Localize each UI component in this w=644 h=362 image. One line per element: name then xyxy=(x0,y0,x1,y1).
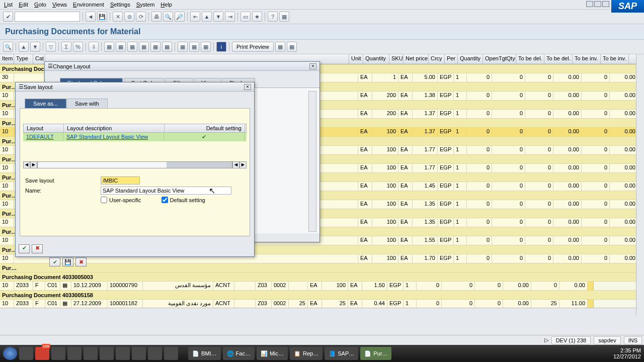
command-field[interactable] xyxy=(15,12,80,22)
col-cat[interactable]: Cat xyxy=(33,54,45,64)
start-button[interactable] xyxy=(3,347,17,360)
last-page-icon[interactable]: ⇥ xyxy=(225,12,235,22)
print-icon[interactable]: 🖶 xyxy=(151,12,162,22)
filter-icon[interactable]: ▽ xyxy=(46,42,56,52)
find-next-icon[interactable]: 🔎 xyxy=(175,12,185,22)
th-default[interactable]: Default setting xyxy=(165,124,245,132)
taskbar-app[interactable]: 📄BMI… xyxy=(188,347,221,360)
menu-settings[interactable]: Settings xyxy=(110,2,130,8)
vertical-scrollbar[interactable] xyxy=(636,54,644,316)
col-sku[interactable]: SKU xyxy=(389,54,404,64)
col-crcy[interactable]: Crcy xyxy=(429,54,445,64)
th-layout[interactable]: Layout xyxy=(24,124,64,132)
col-tbi2[interactable]: To be inv. xyxy=(601,54,629,64)
taskbar-icon[interactable] xyxy=(148,347,162,360)
menu-environment[interactable]: Environment xyxy=(73,2,104,8)
layout-save-icon[interactable]: ▦ xyxy=(127,42,137,52)
save-layout-input[interactable] xyxy=(101,176,140,185)
taskbar-icon[interactable] xyxy=(67,347,82,360)
menu-views[interactable]: Views xyxy=(52,2,67,8)
taskbar-icon[interactable] xyxy=(51,347,65,360)
change-layout-titlebar[interactable]: ☰ Change Layout × xyxy=(45,62,319,71)
taskbar-clock[interactable]: 2:35 PM12/27/2012 xyxy=(613,347,641,359)
menu-goto[interactable]: Goto xyxy=(34,2,46,8)
next-page-icon[interactable]: ▼ xyxy=(213,12,223,22)
save-layout-titlebar[interactable]: ☰ Save layout × xyxy=(16,82,254,92)
name-input[interactable] xyxy=(101,187,231,195)
horizontal-scrollbar[interactable] xyxy=(0,308,636,316)
prev-page-icon[interactable]: ▲ xyxy=(202,12,212,22)
ok-button[interactable]: ✔ xyxy=(19,244,30,253)
close-icon[interactable]: × xyxy=(309,63,316,69)
subtotal-icon[interactable]: % xyxy=(73,42,83,52)
col-icon[interactable]: ▦ xyxy=(201,42,211,52)
taskbar-app-active[interactable]: 📄Pur… xyxy=(360,347,391,360)
layout-table-scrollbar[interactable]: ◄► ◄► xyxy=(23,161,247,168)
layout-desc[interactable]: SAP Standard Layout Basic View xyxy=(63,133,164,141)
details-icon[interactable]: 🔍 xyxy=(3,42,13,52)
layout-id[interactable]: 1DEFAULT xyxy=(23,133,63,141)
col-opentgt[interactable]: OpenTgtQty xyxy=(483,54,516,64)
taskbar-gmail-icon[interactable]: 168 xyxy=(35,347,49,360)
col-type[interactable]: Type xyxy=(14,54,33,64)
shortcut-icon[interactable]: ★ xyxy=(252,12,262,22)
enter-icon[interactable]: ✔ xyxy=(3,12,13,22)
delete-icon[interactable]: ✖ xyxy=(75,257,87,266)
exit-icon[interactable]: ✕ xyxy=(113,12,123,22)
taskbar-icon[interactable] xyxy=(84,347,98,360)
col-item[interactable]: Item xyxy=(0,54,14,64)
taskbar-icon[interactable] xyxy=(164,347,178,360)
new-session-icon[interactable]: ▭ xyxy=(240,12,251,22)
ok-icon[interactable]: ✔ xyxy=(49,257,60,266)
col-per[interactable]: Per xyxy=(445,54,458,64)
close-icon[interactable] xyxy=(602,1,609,7)
col-tbd2[interactable]: To be del. xyxy=(544,54,573,64)
chart-icon[interactable]: ▦ xyxy=(162,42,172,52)
taskbar-app[interactable]: 📊Mic… xyxy=(257,347,288,360)
col-unit[interactable]: Unit xyxy=(349,54,363,64)
first-page-icon[interactable]: ⇤ xyxy=(190,12,200,22)
col-quantity[interactable]: Quantity xyxy=(363,54,389,64)
sort-asc-icon[interactable]: ▲ xyxy=(19,42,29,52)
save-icon[interactable]: 💾 xyxy=(97,12,107,22)
taskbar-icon[interactable] xyxy=(116,347,130,360)
graphic-icon[interactable]: ▦ xyxy=(150,42,160,52)
default-setting-checkbox[interactable] xyxy=(162,197,168,203)
sum-icon[interactable]: Σ xyxy=(61,42,71,52)
extra1-icon[interactable]: ▦ xyxy=(275,42,285,52)
user-specific-checkbox[interactable] xyxy=(101,197,107,203)
extra2-icon[interactable]: ▦ xyxy=(287,42,297,52)
taskbar-app[interactable]: 📋Rep… xyxy=(290,347,323,360)
sort-desc-icon[interactable]: ▼ xyxy=(30,42,40,52)
tab-save-with[interactable]: Save with xyxy=(66,99,108,108)
minimize-icon[interactable] xyxy=(586,1,593,7)
status-arrow-icon[interactable]: ▷ xyxy=(544,337,548,343)
find-icon[interactable]: 🔍 xyxy=(163,12,173,22)
layout-row[interactable]: 1DEFAULT SAP Standard Layout Basic View … xyxy=(23,133,247,141)
cancel-icon[interactable]: ⊘ xyxy=(124,12,134,22)
refresh-icon[interactable]: ⟳ xyxy=(136,12,146,22)
col-netprice[interactable]: Net price xyxy=(404,54,429,64)
taskbar-icon[interactable] xyxy=(132,347,146,360)
taskbar-icon[interactable] xyxy=(19,347,33,360)
layout-icon[interactable]: ▦ xyxy=(279,12,289,22)
tab-save-as[interactable]: Save as... xyxy=(25,99,66,108)
layout-manage-icon[interactable]: ▦ xyxy=(139,42,149,52)
menu-list[interactable]: List xyxy=(4,2,13,8)
col-tbi1[interactable]: To be inv. xyxy=(573,54,601,64)
deselect-icon[interactable]: ▦ xyxy=(189,42,199,52)
menu-help[interactable]: Help xyxy=(160,2,172,8)
taskbar-app[interactable]: 🌐Fac… xyxy=(223,347,255,360)
change-layout-scrollbar[interactable] xyxy=(308,91,316,232)
back-icon[interactable]: ◄ xyxy=(86,12,96,22)
export-icon[interactable]: ⇩ xyxy=(89,42,99,52)
info-icon[interactable]: i xyxy=(216,42,226,52)
taskbar-app[interactable]: 📘SAP… xyxy=(325,347,358,360)
select-all-icon[interactable]: ▦ xyxy=(178,42,188,52)
cancel-button[interactable]: ✖ xyxy=(32,244,43,253)
menu-edit[interactable]: Edit xyxy=(19,2,28,8)
save-icon[interactable]: 💾 xyxy=(62,257,73,266)
print-preview-button[interactable]: Print Preview xyxy=(232,42,274,52)
th-description[interactable]: Layout description xyxy=(64,124,165,132)
taskbar-icon[interactable] xyxy=(100,347,114,360)
